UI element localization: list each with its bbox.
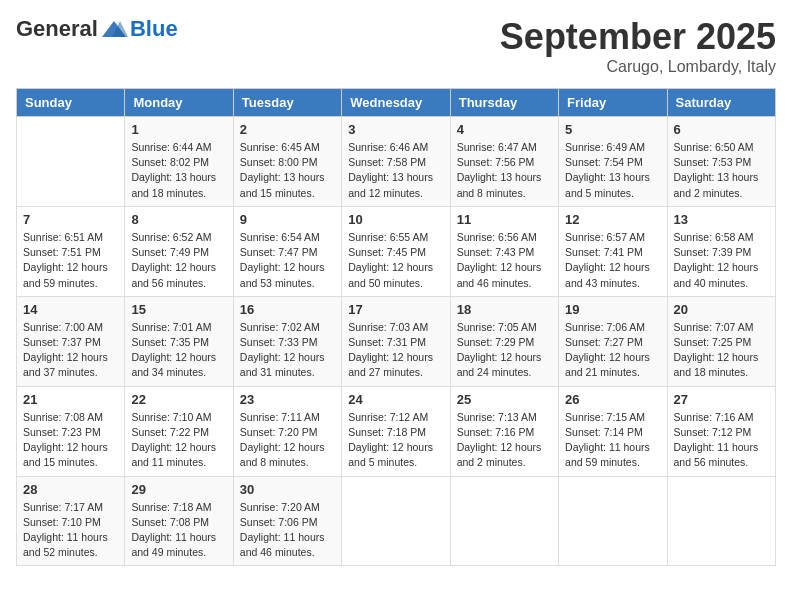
day-number: 28 — [23, 482, 118, 497]
day-number: 7 — [23, 212, 118, 227]
weekday-header-tuesday: Tuesday — [233, 89, 341, 117]
weekday-header-friday: Friday — [559, 89, 667, 117]
day-info: Sunrise: 7:08 AMSunset: 7:23 PMDaylight:… — [23, 410, 118, 471]
week-row-4: 21Sunrise: 7:08 AMSunset: 7:23 PMDayligh… — [17, 386, 776, 476]
weekday-header-wednesday: Wednesday — [342, 89, 450, 117]
weekday-header-row: SundayMondayTuesdayWednesdayThursdayFrid… — [17, 89, 776, 117]
day-info: Sunrise: 7:15 AMSunset: 7:14 PMDaylight:… — [565, 410, 660, 471]
week-row-1: 1Sunrise: 6:44 AMSunset: 8:02 PMDaylight… — [17, 117, 776, 207]
day-info: Sunrise: 6:58 AMSunset: 7:39 PMDaylight:… — [674, 230, 769, 291]
day-number: 4 — [457, 122, 552, 137]
logo-blue-text: Blue — [130, 16, 178, 42]
logo-icon — [100, 19, 128, 39]
calendar-cell: 17Sunrise: 7:03 AMSunset: 7:31 PMDayligh… — [342, 296, 450, 386]
calendar-table: SundayMondayTuesdayWednesdayThursdayFrid… — [16, 88, 776, 566]
day-info: Sunrise: 7:13 AMSunset: 7:16 PMDaylight:… — [457, 410, 552, 471]
day-number: 2 — [240, 122, 335, 137]
calendar-cell: 12Sunrise: 6:57 AMSunset: 7:41 PMDayligh… — [559, 206, 667, 296]
day-info: Sunrise: 7:07 AMSunset: 7:25 PMDaylight:… — [674, 320, 769, 381]
calendar-cell: 6Sunrise: 6:50 AMSunset: 7:53 PMDaylight… — [667, 117, 775, 207]
calendar-cell: 28Sunrise: 7:17 AMSunset: 7:10 PMDayligh… — [17, 476, 125, 566]
day-info: Sunrise: 7:01 AMSunset: 7:35 PMDaylight:… — [131, 320, 226, 381]
calendar-cell: 15Sunrise: 7:01 AMSunset: 7:35 PMDayligh… — [125, 296, 233, 386]
calendar-cell: 4Sunrise: 6:47 AMSunset: 7:56 PMDaylight… — [450, 117, 558, 207]
day-info: Sunrise: 7:20 AMSunset: 7:06 PMDaylight:… — [240, 500, 335, 561]
day-info: Sunrise: 6:49 AMSunset: 7:54 PMDaylight:… — [565, 140, 660, 201]
weekday-header-saturday: Saturday — [667, 89, 775, 117]
calendar-cell: 30Sunrise: 7:20 AMSunset: 7:06 PMDayligh… — [233, 476, 341, 566]
day-info: Sunrise: 6:54 AMSunset: 7:47 PMDaylight:… — [240, 230, 335, 291]
calendar-cell: 22Sunrise: 7:10 AMSunset: 7:22 PMDayligh… — [125, 386, 233, 476]
logo-general-text: General — [16, 16, 98, 42]
day-number: 15 — [131, 302, 226, 317]
calendar-cell: 16Sunrise: 7:02 AMSunset: 7:33 PMDayligh… — [233, 296, 341, 386]
day-number: 5 — [565, 122, 660, 137]
calendar-cell: 5Sunrise: 6:49 AMSunset: 7:54 PMDaylight… — [559, 117, 667, 207]
location-title: Carugo, Lombardy, Italy — [500, 58, 776, 76]
week-row-2: 7Sunrise: 6:51 AMSunset: 7:51 PMDaylight… — [17, 206, 776, 296]
calendar-cell: 1Sunrise: 6:44 AMSunset: 8:02 PMDaylight… — [125, 117, 233, 207]
calendar-cell: 27Sunrise: 7:16 AMSunset: 7:12 PMDayligh… — [667, 386, 775, 476]
day-info: Sunrise: 6:47 AMSunset: 7:56 PMDaylight:… — [457, 140, 552, 201]
day-number: 13 — [674, 212, 769, 227]
page-header: General Blue September 2025 Carugo, Lomb… — [16, 16, 776, 76]
day-info: Sunrise: 7:00 AMSunset: 7:37 PMDaylight:… — [23, 320, 118, 381]
day-number: 19 — [565, 302, 660, 317]
day-info: Sunrise: 6:45 AMSunset: 8:00 PMDaylight:… — [240, 140, 335, 201]
day-number: 1 — [131, 122, 226, 137]
calendar-cell: 18Sunrise: 7:05 AMSunset: 7:29 PMDayligh… — [450, 296, 558, 386]
week-row-5: 28Sunrise: 7:17 AMSunset: 7:10 PMDayligh… — [17, 476, 776, 566]
calendar-cell — [17, 117, 125, 207]
calendar-cell: 20Sunrise: 7:07 AMSunset: 7:25 PMDayligh… — [667, 296, 775, 386]
day-number: 3 — [348, 122, 443, 137]
day-info: Sunrise: 7:06 AMSunset: 7:27 PMDaylight:… — [565, 320, 660, 381]
day-info: Sunrise: 6:57 AMSunset: 7:41 PMDaylight:… — [565, 230, 660, 291]
weekday-header-thursday: Thursday — [450, 89, 558, 117]
day-info: Sunrise: 6:55 AMSunset: 7:45 PMDaylight:… — [348, 230, 443, 291]
day-number: 6 — [674, 122, 769, 137]
calendar-cell: 10Sunrise: 6:55 AMSunset: 7:45 PMDayligh… — [342, 206, 450, 296]
logo: General Blue — [16, 16, 178, 42]
month-title: September 2025 — [500, 16, 776, 58]
day-number: 26 — [565, 392, 660, 407]
day-number: 18 — [457, 302, 552, 317]
calendar-cell — [450, 476, 558, 566]
calendar-cell: 21Sunrise: 7:08 AMSunset: 7:23 PMDayligh… — [17, 386, 125, 476]
day-info: Sunrise: 6:56 AMSunset: 7:43 PMDaylight:… — [457, 230, 552, 291]
day-info: Sunrise: 6:44 AMSunset: 8:02 PMDaylight:… — [131, 140, 226, 201]
day-number: 9 — [240, 212, 335, 227]
day-number: 17 — [348, 302, 443, 317]
day-number: 23 — [240, 392, 335, 407]
calendar-cell: 19Sunrise: 7:06 AMSunset: 7:27 PMDayligh… — [559, 296, 667, 386]
title-area: September 2025 Carugo, Lombardy, Italy — [500, 16, 776, 76]
day-info: Sunrise: 7:10 AMSunset: 7:22 PMDaylight:… — [131, 410, 226, 471]
calendar-cell: 2Sunrise: 6:45 AMSunset: 8:00 PMDaylight… — [233, 117, 341, 207]
day-number: 10 — [348, 212, 443, 227]
calendar-cell — [667, 476, 775, 566]
day-info: Sunrise: 7:17 AMSunset: 7:10 PMDaylight:… — [23, 500, 118, 561]
calendar-cell: 13Sunrise: 6:58 AMSunset: 7:39 PMDayligh… — [667, 206, 775, 296]
day-number: 22 — [131, 392, 226, 407]
day-number: 24 — [348, 392, 443, 407]
day-info: Sunrise: 7:16 AMSunset: 7:12 PMDaylight:… — [674, 410, 769, 471]
day-info: Sunrise: 7:12 AMSunset: 7:18 PMDaylight:… — [348, 410, 443, 471]
day-info: Sunrise: 7:03 AMSunset: 7:31 PMDaylight:… — [348, 320, 443, 381]
weekday-header-monday: Monday — [125, 89, 233, 117]
day-number: 25 — [457, 392, 552, 407]
weekday-header-sunday: Sunday — [17, 89, 125, 117]
calendar-cell: 9Sunrise: 6:54 AMSunset: 7:47 PMDaylight… — [233, 206, 341, 296]
day-info: Sunrise: 6:52 AMSunset: 7:49 PMDaylight:… — [131, 230, 226, 291]
day-info: Sunrise: 7:02 AMSunset: 7:33 PMDaylight:… — [240, 320, 335, 381]
calendar-cell: 25Sunrise: 7:13 AMSunset: 7:16 PMDayligh… — [450, 386, 558, 476]
calendar-cell: 23Sunrise: 7:11 AMSunset: 7:20 PMDayligh… — [233, 386, 341, 476]
calendar-cell: 29Sunrise: 7:18 AMSunset: 7:08 PMDayligh… — [125, 476, 233, 566]
calendar-cell: 24Sunrise: 7:12 AMSunset: 7:18 PMDayligh… — [342, 386, 450, 476]
day-number: 20 — [674, 302, 769, 317]
calendar-cell: 8Sunrise: 6:52 AMSunset: 7:49 PMDaylight… — [125, 206, 233, 296]
day-number: 11 — [457, 212, 552, 227]
day-info: Sunrise: 7:05 AMSunset: 7:29 PMDaylight:… — [457, 320, 552, 381]
calendar-cell: 26Sunrise: 7:15 AMSunset: 7:14 PMDayligh… — [559, 386, 667, 476]
day-info: Sunrise: 7:11 AMSunset: 7:20 PMDaylight:… — [240, 410, 335, 471]
day-number: 27 — [674, 392, 769, 407]
day-number: 12 — [565, 212, 660, 227]
